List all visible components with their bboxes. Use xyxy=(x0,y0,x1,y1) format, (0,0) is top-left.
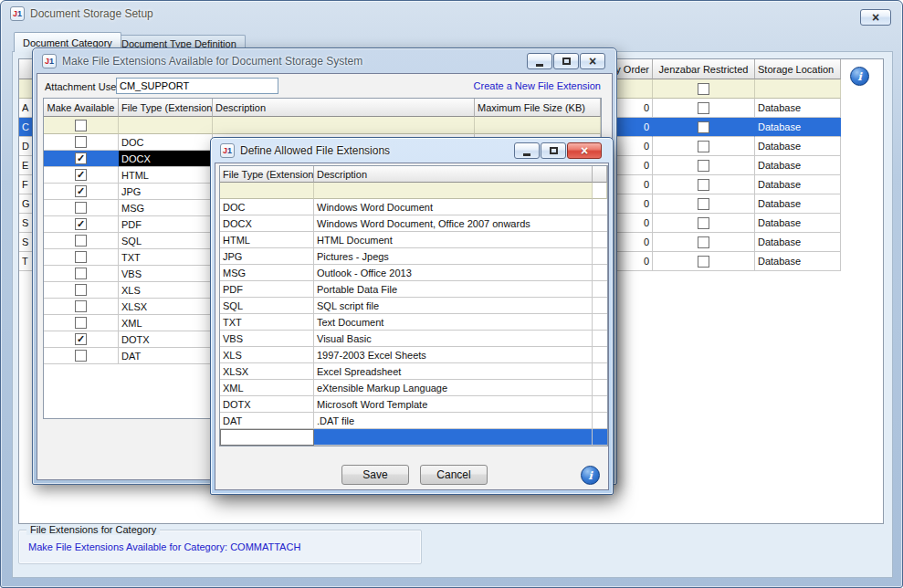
make-available-cell[interactable] xyxy=(44,266,119,282)
make-available-cell[interactable] xyxy=(44,151,119,167)
restricted-checkbox[interactable] xyxy=(698,179,709,191)
close-button[interactable] xyxy=(567,142,602,159)
make-available-checkbox[interactable] xyxy=(75,317,87,329)
make-available-checkbox[interactable] xyxy=(75,202,87,214)
restricted-checkbox[interactable] xyxy=(698,160,709,172)
storage-location-cell[interactable]: Database xyxy=(755,137,841,156)
restricted-checkbox[interactable] xyxy=(698,121,709,133)
extension-definition-row[interactable]: DOC Windows Word Document xyxy=(220,199,607,215)
file-type-cell[interactable]: MSG xyxy=(220,265,314,281)
extension-definition-row[interactable]: DOCX Windows Word Document, Office 2007 … xyxy=(220,215,607,232)
filter-cell[interactable] xyxy=(475,117,601,134)
make-available-header[interactable]: Make Available xyxy=(44,99,119,117)
make-available-cell[interactable] xyxy=(44,233,119,249)
storage-location-cell[interactable]: Database xyxy=(755,214,841,233)
jenzabar-restricted-cell[interactable] xyxy=(653,156,755,175)
make-available-checkbox[interactable] xyxy=(75,152,87,164)
storage-location-cell[interactable]: Database xyxy=(755,156,841,175)
file-type-cell[interactable]: XML xyxy=(119,315,213,331)
make-available-checkbox[interactable] xyxy=(75,235,87,247)
create-new-extension-link[interactable]: Create a New File Extension xyxy=(474,80,601,91)
jenzabar-restricted-cell[interactable] xyxy=(653,118,755,137)
file-type-cell[interactable]: XLSX xyxy=(220,363,314,380)
description-cell[interactable]: Portable Data File xyxy=(314,281,593,298)
description-cell[interactable]: SQL script file xyxy=(314,298,593,314)
description-cell[interactable]: Pictures - Jpegs xyxy=(314,248,593,265)
file-type-cell[interactable]: VBS xyxy=(220,331,314,347)
jenzabar-restricted-cell[interactable] xyxy=(653,214,755,233)
file-type-cell[interactable]: XLSX xyxy=(119,299,213,315)
make-available-cell[interactable] xyxy=(44,184,119,200)
jenzabar-restricted-cell[interactable] xyxy=(653,233,755,252)
make-available-cell[interactable] xyxy=(44,134,119,151)
extension-definition-row[interactable]: HTML HTML Document xyxy=(220,232,607,248)
filter-cell[interactable] xyxy=(119,117,213,134)
file-type-cell[interactable]: MSG xyxy=(119,200,213,216)
extension-definition-row[interactable]: VBS Visual Basic xyxy=(220,331,607,347)
description-cell[interactable]: Windows Word Document xyxy=(314,199,593,215)
close-button[interactable] xyxy=(860,9,891,26)
extension-definition-row[interactable]: SQL SQL script file xyxy=(220,298,607,314)
make-available-cell[interactable] xyxy=(44,299,119,315)
filter-checkbox[interactable] xyxy=(75,120,87,131)
file-type-cell[interactable]: JPG xyxy=(220,248,314,265)
storage-location-cell[interactable]: Database xyxy=(755,99,841,118)
file-type-cell[interactable]: DOC xyxy=(220,199,314,215)
file-type-header[interactable]: File Type (Extension) xyxy=(220,166,314,183)
file-type-cell[interactable]: TXT xyxy=(119,249,213,266)
make-available-checkbox[interactable] xyxy=(75,136,87,148)
jenzabar-restricted-cell[interactable] xyxy=(653,194,755,214)
restricted-checkbox[interactable] xyxy=(698,256,709,268)
new-file-type-cell[interactable] xyxy=(220,429,314,446)
extension-definition-row[interactable]: MSG Outlook - Office 2013 xyxy=(220,265,607,281)
maximize-button[interactable] xyxy=(553,53,579,69)
maximize-button[interactable] xyxy=(541,142,566,159)
extension-definition-row[interactable]: XLS 1997-2003 Excel Sheets xyxy=(220,347,607,363)
close-button[interactable] xyxy=(580,53,605,69)
file-type-cell[interactable]: SQL xyxy=(119,233,213,249)
minimize-button[interactable] xyxy=(527,53,552,69)
file-type-cell[interactable]: XLS xyxy=(220,347,314,363)
jenzabar-restricted-cell[interactable] xyxy=(653,99,755,118)
app-logo-icon[interactable]: J1 xyxy=(10,6,25,21)
storage-location-cell[interactable]: Database xyxy=(755,194,841,214)
file-type-cell[interactable]: SQL xyxy=(220,298,314,314)
description-cell[interactable]: Visual Basic xyxy=(314,331,593,347)
max-file-size-header[interactable]: Maximum File Size (KB) xyxy=(475,99,601,117)
extension-definition-row[interactable]: PDF Portable Data File xyxy=(220,281,607,298)
make-available-checkbox[interactable] xyxy=(75,300,87,312)
filter-cell[interactable] xyxy=(44,117,119,134)
jenzabar-restricted-header[interactable]: Jenzabar Restricted xyxy=(653,59,755,79)
make-available-checkbox[interactable] xyxy=(75,169,87,181)
filter-cell[interactable] xyxy=(755,79,841,99)
app-logo-icon[interactable]: J1 xyxy=(42,54,57,68)
storage-location-cell[interactable]: Database xyxy=(755,233,841,252)
description-cell[interactable]: Excel Spreadsheet xyxy=(314,363,593,380)
app-logo-icon[interactable]: J1 xyxy=(220,143,235,158)
make-available-cell[interactable] xyxy=(44,331,119,348)
cancel-button[interactable]: Cancel xyxy=(420,465,488,485)
extension-definition-row[interactable]: XLSX Excel Spreadsheet xyxy=(220,363,607,380)
file-type-cell[interactable]: VBS xyxy=(119,266,213,282)
filter-cell[interactable] xyxy=(220,183,314,199)
description-cell[interactable]: eXtensible Markup Language xyxy=(314,380,593,396)
extension-definition-row[interactable]: XML eXtensible Markup Language xyxy=(220,380,607,396)
description-cell[interactable]: Windows Word Document, Office 2007 onwar… xyxy=(314,215,593,232)
make-available-cell[interactable] xyxy=(44,348,119,364)
description-cell[interactable]: HTML Document xyxy=(314,232,593,248)
file-type-cell[interactable]: DOCX xyxy=(119,151,213,167)
restricted-checkbox[interactable] xyxy=(698,198,709,210)
description-cell[interactable]: Outlook - Office 2013 xyxy=(314,265,593,281)
attachment-use-field[interactable] xyxy=(116,78,278,94)
storage-location-cell[interactable]: Database xyxy=(755,175,841,194)
storage-location-cell[interactable]: Database xyxy=(755,118,841,137)
file-type-cell[interactable]: DAT xyxy=(119,348,213,364)
description-header[interactable]: Description xyxy=(213,99,475,117)
restricted-checkbox[interactable] xyxy=(698,102,709,114)
make-available-cell[interactable] xyxy=(44,167,119,184)
filter-cell[interactable] xyxy=(653,79,755,99)
description-cell[interactable]: 1997-2003 Excel Sheets xyxy=(314,347,593,363)
file-type-cell[interactable]: DOCX xyxy=(220,215,314,232)
make-available-checkbox[interactable] xyxy=(75,333,87,345)
make-available-checkbox[interactable] xyxy=(75,268,87,279)
